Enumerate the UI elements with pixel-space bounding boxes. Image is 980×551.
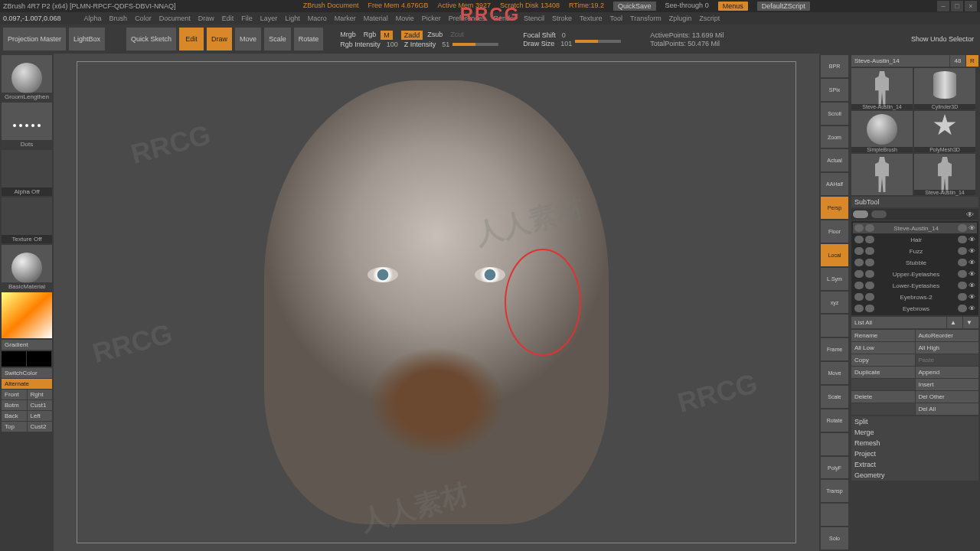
toggle-icon[interactable] xyxy=(865,270,874,278)
del-all-button[interactable]: Del All xyxy=(916,403,979,415)
menu-color[interactable]: Color xyxy=(135,15,152,22)
subtool-item[interactable]: Fuzz👁 xyxy=(853,246,977,256)
menu-movie[interactable]: Movie xyxy=(396,15,414,22)
section-geometry[interactable]: Geometry xyxy=(851,470,978,481)
menu-transform[interactable]: Transform xyxy=(630,15,662,22)
toggle-icon[interactable] xyxy=(865,293,874,301)
menu-tool[interactable]: Tool xyxy=(609,15,622,22)
subtool-item[interactable]: Lower-Eyelashes👁 xyxy=(853,280,977,291)
brush-toggle-icon[interactable] xyxy=(958,247,967,255)
tool-thumb[interactable]: Steve-Austin_14 xyxy=(914,154,975,195)
rtool-transp[interactable]: Transp xyxy=(821,480,848,502)
cust1-button[interactable]: Cust1 xyxy=(28,400,53,410)
tool-num[interactable]: 48 xyxy=(950,55,965,67)
scale-button[interactable]: Scale xyxy=(264,28,291,51)
tool-thumb[interactable]: Cylinder3D xyxy=(914,68,975,109)
menu-macro[interactable]: Macro xyxy=(308,15,327,22)
menu-stencil[interactable]: Stencil xyxy=(524,15,544,22)
autoreorder-button[interactable]: AutoReorder xyxy=(916,330,979,341)
arrow-up-button[interactable]: ▲ xyxy=(947,317,962,328)
eye-icon[interactable]: 👁 xyxy=(969,224,975,232)
draw-button[interactable]: Draw xyxy=(207,28,232,51)
eye-icon[interactable]: 👁 xyxy=(966,210,977,218)
quicksketch-button[interactable]: Quick Sketch xyxy=(126,28,176,51)
subtool-item[interactable]: Upper-Eyelashes👁 xyxy=(853,269,977,279)
rotate-button[interactable]: Rotate xyxy=(294,28,324,51)
append-button[interactable]: Append xyxy=(916,367,979,378)
paste-button[interactable]: Paste xyxy=(916,354,979,366)
menu-brush[interactable]: Brush xyxy=(109,15,128,22)
brush-toggle-icon[interactable] xyxy=(958,224,967,232)
toggle-icon[interactable] xyxy=(865,247,874,255)
tool-thumb[interactable]: Steve-Austin_14 xyxy=(851,68,913,109)
rgb-button[interactable]: Rgb xyxy=(361,31,380,40)
eye-icon[interactable]: 👁 xyxy=(969,259,975,266)
eye-icon[interactable]: 👁 xyxy=(969,305,975,312)
close-button[interactable]: × xyxy=(965,1,977,11)
rename-button[interactable]: Rename xyxy=(851,330,915,341)
subtool-item[interactable]: Eyebrows-2👁 xyxy=(853,292,977,302)
right-button[interactable]: Rght xyxy=(28,390,53,399)
delete-button[interactable]: Delete xyxy=(851,391,915,403)
brush-toggle-icon[interactable] xyxy=(958,305,967,312)
menu-document[interactable]: Document xyxy=(159,15,191,22)
subtool-item[interactable]: Stubble👁 xyxy=(853,257,977,268)
tool-thumb[interactable] xyxy=(851,154,913,195)
rtool-move[interactable]: Move xyxy=(821,362,848,384)
lightbox-button[interactable]: LightBox xyxy=(69,28,105,51)
z-intensity-value[interactable]: 51 xyxy=(442,41,449,48)
back-button[interactable]: Back xyxy=(2,411,27,421)
brush-toggle-icon[interactable] xyxy=(958,259,967,266)
brush-selector[interactable]: GroomLengthen xyxy=(2,55,52,101)
tool-name[interactable]: Steve-Austin_14 xyxy=(851,55,949,67)
front-button[interactable]: Front xyxy=(2,390,27,399)
rtool-polyf[interactable]: PolyF xyxy=(821,457,848,479)
brush-toggle-icon[interactable] xyxy=(958,282,967,289)
cust2-button[interactable]: Cust2 xyxy=(28,422,53,432)
subtool-header[interactable]: SubTool xyxy=(851,197,978,207)
toggle-icon[interactable] xyxy=(854,305,864,312)
tool-thumb[interactable]: SimpleBrush xyxy=(851,111,913,152)
arrow-down-button[interactable]: ▼ xyxy=(963,317,978,328)
zcut-button[interactable]: Zcut xyxy=(447,31,467,40)
color-main[interactable] xyxy=(2,351,26,367)
toggle-icon[interactable] xyxy=(854,270,864,278)
section-project[interactable]: Project xyxy=(851,448,978,459)
subtool-item[interactable]: Eyebrows👁 xyxy=(853,303,977,314)
menu-texture[interactable]: Texture xyxy=(580,15,603,22)
rgb-intensity-value[interactable]: 100 xyxy=(387,41,398,48)
section-extract[interactable]: Extract xyxy=(851,459,978,470)
zadd-button[interactable]: Zadd xyxy=(401,31,423,40)
bottom-button[interactable]: Botm xyxy=(2,400,27,410)
brush-toggle-icon[interactable] xyxy=(958,236,967,243)
eye-icon[interactable]: 👁 xyxy=(969,236,975,243)
brush-toggle-icon[interactable] xyxy=(958,270,967,278)
rtool-zoom[interactable]: Zoom xyxy=(821,126,848,148)
rtool-floor[interactable]: Floor xyxy=(821,220,848,243)
rtool-blank[interactable] xyxy=(821,433,848,455)
quicksave-button[interactable]: QuickSave xyxy=(613,2,656,11)
gradient-button[interactable]: Gradient xyxy=(2,340,52,350)
tool-r-button[interactable]: R xyxy=(966,55,978,67)
section-remesh[interactable]: Remesh xyxy=(851,438,978,448)
brush-toggle-icon[interactable] xyxy=(958,293,967,301)
rtool-spix[interactable]: SPix xyxy=(821,79,848,101)
toggle-icon[interactable] xyxy=(854,236,864,243)
toggle-icon[interactable] xyxy=(854,293,864,301)
menu-material[interactable]: Material xyxy=(364,15,388,22)
rtool-blank[interactable] xyxy=(821,315,848,337)
draw-size-slider[interactable] xyxy=(575,40,621,43)
alternate-button[interactable]: Alternate xyxy=(2,379,52,389)
insert-button[interactable]: Insert xyxy=(916,379,979,390)
color-picker[interactable] xyxy=(2,292,52,338)
subtool-toggle-icon[interactable] xyxy=(871,210,887,218)
focal-shift-value[interactable]: 0 xyxy=(562,31,566,39)
eye-icon[interactable]: 👁 xyxy=(969,293,975,301)
undo-selector[interactable]: Show Undo Selector xyxy=(908,35,977,43)
m-button[interactable]: M xyxy=(381,31,393,40)
rtool-persp[interactable]: Persp xyxy=(821,197,848,219)
rtool-blank[interactable] xyxy=(821,504,848,526)
eye-icon[interactable]: 👁 xyxy=(969,247,975,255)
all-low-button[interactable]: All Low xyxy=(851,342,915,354)
menu-edit[interactable]: Edit xyxy=(222,15,234,22)
